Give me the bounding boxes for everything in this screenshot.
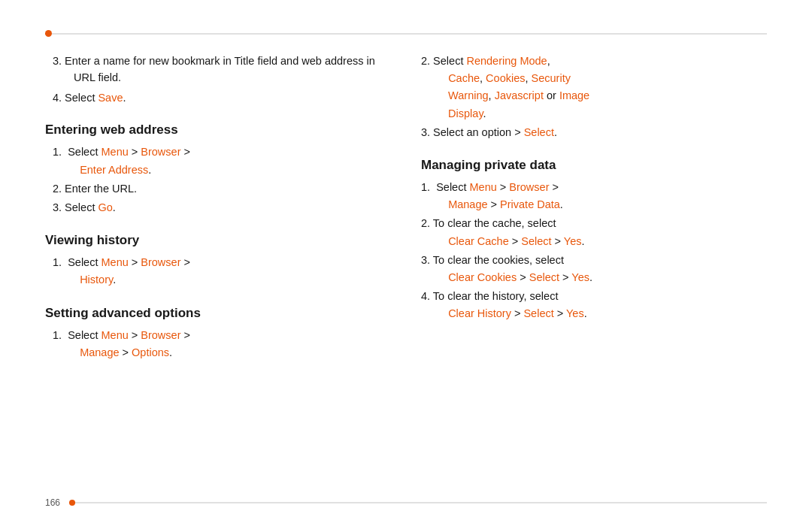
enter-step3: 3. Select Go.: [53, 199, 391, 216]
top-line-dot: [45, 30, 52, 37]
enter-step2: 2. Enter the URL.: [53, 180, 391, 198]
adv-menu-link: Menu: [101, 329, 128, 341]
bottom-decorative-line: [69, 502, 767, 503]
adv-browser-link: Browser: [141, 329, 180, 341]
history-step1: 1. Select Menu > Browser > History.: [53, 254, 391, 289]
right-intro-step2: 2. Select Rendering Mode, Cache, Cookies…: [421, 53, 767, 122]
private-step3: 3. To clear the cookies, select Clear Co…: [421, 252, 767, 286]
private-data-link: Private Data: [500, 198, 560, 210]
private-step1: 1. Select Menu > Browser > Manage > Priv…: [421, 179, 767, 213]
history-browser-link: Browser: [141, 256, 180, 268]
cookies-select-link: Select: [529, 271, 559, 283]
history-link: History: [80, 274, 113, 286]
priv-manage-link: Manage: [448, 198, 487, 210]
bottom-bar: 166: [45, 497, 767, 508]
select-option-link: Select: [524, 126, 554, 138]
javascript-link: Javascript: [495, 89, 544, 101]
enter-address-link: Enter Address: [80, 164, 148, 176]
content-area: 3. Enter a name for new bookmark in Titl…: [45, 45, 767, 363]
rendering-mode-link: Rendering Mode: [466, 55, 547, 67]
section-managing-private-data: Managing private data: [421, 158, 767, 173]
clear-cache-link: Clear Cache: [448, 235, 509, 247]
page-number: 166: [45, 497, 60, 508]
priv-browser-link: Browser: [509, 181, 549, 193]
history-menu-link: Menu: [101, 256, 128, 268]
intro-save-link: Save: [98, 92, 123, 104]
enter-step1: 1. Select Menu > Browser > Enter Address…: [53, 144, 391, 178]
history-yes-link: Yes: [566, 307, 584, 319]
cache-yes-link: Yes: [564, 235, 582, 247]
cookies-link: Cookies: [486, 72, 525, 84]
section-viewing-history: Viewing history: [45, 233, 391, 248]
adv-manage-link: Manage: [80, 346, 119, 358]
page-container: 3. Enter a name for new bookmark in Titl…: [0, 0, 812, 529]
left-column: 3. Enter a name for new bookmark in Titl…: [45, 45, 391, 363]
section-entering-web-address: Entering web address: [45, 122, 391, 138]
right-column: 2. Select Rendering Mode, Cache, Cookies…: [421, 45, 767, 363]
private-step2: 2. To clear the cache, select Clear Cach…: [421, 215, 767, 249]
bottom-line-dot: [69, 500, 75, 506]
clear-history-link: Clear History: [448, 307, 511, 319]
intro-step4: 4. Select Save.: [53, 89, 391, 106]
top-decorative-line: [45, 33, 767, 35]
cookies-yes-link: Yes: [571, 271, 589, 283]
adv-options-link: Options: [132, 346, 169, 358]
priv-menu-link: Menu: [469, 181, 496, 193]
private-step4: 4. To clear the history, select Clear Hi…: [421, 288, 767, 322]
clear-cookies-link: Clear Cookies: [448, 271, 517, 283]
browser-link: Browser: [141, 146, 180, 158]
intro-step3: 3. Enter a name for new bookmark in Titl…: [53, 53, 391, 86]
advanced-step1: 1. Select Menu > Browser > Manage > Opti…: [53, 327, 391, 361]
cache-select-link: Select: [521, 235, 551, 247]
history-select-link: Select: [523, 307, 553, 319]
go-link: Go: [98, 201, 112, 213]
right-intro-step3: 3. Select an option > Select.: [421, 124, 767, 141]
menu-link: Menu: [101, 146, 128, 158]
cache-link: Cache: [448, 72, 480, 84]
section-advanced-options: Setting advanced options: [45, 306, 391, 321]
